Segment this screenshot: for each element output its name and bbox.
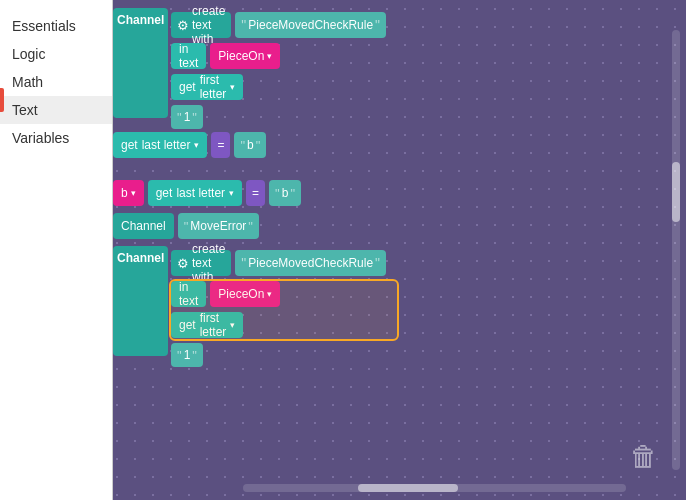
first-letter-label-5: first letter (200, 311, 227, 339)
piece-on-block-5[interactable]: PieceOn ▾ (210, 281, 280, 307)
channel-label-4: Channel (121, 219, 166, 233)
sidebar-accent (0, 88, 4, 112)
b-val-3: b (282, 186, 289, 200)
eq-label-2: = (217, 138, 224, 152)
one-qopen-5: " (177, 348, 182, 363)
one-quote-block-5: " 1 " (171, 343, 203, 367)
sidebar-item-logic[interactable]: Logic (0, 40, 112, 68)
channel-label-1: Channel (117, 13, 164, 27)
in-text-label-5: in text (179, 280, 198, 308)
channel-label-5: Channel (117, 251, 164, 265)
b-qopen-2: " (240, 138, 245, 153)
piece-on-block-1[interactable]: PieceOn ▾ (210, 43, 280, 69)
gear-icon-5: ⚙ (177, 256, 189, 271)
one-val-5: 1 (184, 348, 191, 362)
get-first-letter-5[interactable]: get first letter ▾ (171, 312, 243, 338)
one-qclose-1: " (192, 110, 197, 125)
piece-on-label-1: PieceOn (218, 49, 264, 63)
gear-icon-1: ⚙ (177, 18, 189, 33)
channel-block-5: Channel (113, 246, 168, 356)
first-letter-arrow-1: ▾ (230, 82, 235, 92)
equals-block-3: = (246, 180, 265, 206)
piece-moved-check-rule-block-1: " PieceMovedCheckRule " (235, 12, 386, 38)
in-text-label-1: in text (179, 42, 198, 70)
equals-block-2: = (211, 132, 230, 158)
block5-row3: get first letter ▾ (171, 312, 243, 338)
last-letter-arrow-3: ▾ (229, 188, 234, 198)
b-quote-block-2: " b " (234, 132, 266, 158)
piece-moved-name-5: PieceMovedCheckRule (248, 256, 373, 270)
last-letter-label-3: last letter (176, 186, 225, 200)
create-text-label-1: create text with (192, 4, 225, 46)
move-error-block: " MoveError " (178, 213, 259, 239)
gear-create-block[interactable]: ⚙ create text with (171, 12, 231, 38)
block-group-2: get last letter ▾ = " b " (113, 132, 266, 158)
eq-label-3: = (252, 186, 259, 200)
one-quote-block-1: " 1 " (171, 105, 203, 129)
sidebar-item-math[interactable]: Math (0, 68, 112, 96)
block1-row1: ⚙ create text with " PieceMovedCheckRule… (171, 12, 386, 38)
sidebar-item-essentials[interactable]: Essentials (0, 12, 112, 40)
get-label-3: get (156, 186, 173, 200)
channel-block-4: Channel (113, 213, 174, 239)
bottom-scrollbar-thumb[interactable] (358, 484, 458, 492)
in-text-block-1: in text (171, 43, 206, 69)
one-val-1: 1 (184, 110, 191, 124)
one-qclose-5: " (192, 348, 197, 363)
gear-create-block-5[interactable]: ⚙ create text with (171, 250, 231, 276)
piece-on-label-5: PieceOn (218, 287, 264, 301)
b-qopen-3: " (275, 186, 280, 201)
last-letter-label-2: last letter (142, 138, 191, 152)
first-letter-label-1: first letter (200, 73, 227, 101)
b-prefix-label: b (121, 186, 128, 200)
create-text-label-5: create text with (192, 242, 225, 284)
quote-close-5: " (375, 255, 380, 271)
quote-close-1: " (375, 17, 380, 33)
block5-row4: " 1 " (171, 343, 203, 367)
quote-open-5: " (241, 255, 246, 271)
get-last-letter-block-3[interactable]: get last letter ▾ (148, 180, 242, 206)
sidebar-item-variables[interactable]: Variables (0, 124, 112, 152)
last-letter-arrow-2: ▾ (194, 140, 199, 150)
move-error-qopen: " (184, 219, 189, 234)
move-error-label: MoveError (190, 219, 246, 233)
get-last-letter-block-2[interactable]: get last letter ▾ (113, 132, 207, 158)
piece-moved-check-rule-block-5: " PieceMovedCheckRule " (235, 250, 386, 276)
bottom-scrollbar-track[interactable] (243, 484, 626, 492)
get-label-5: get (179, 318, 196, 332)
block1-row4: " 1 " (171, 105, 203, 129)
get-label-2: get (121, 138, 138, 152)
block-group-3: b ▾ get last letter ▾ = " b " (113, 180, 301, 206)
b-prefix-arrow: ▾ (131, 188, 136, 198)
block1-row2: in text PieceOn ▾ (171, 43, 280, 69)
b-val-2: b (247, 138, 254, 152)
block1-row3: get first letter ▾ (171, 74, 243, 100)
piece-moved-name-1: PieceMovedCheckRule (248, 18, 373, 32)
move-error-qclose: " (248, 219, 253, 234)
block5-row1: ⚙ create text with " PieceMovedCheckRule… (171, 250, 386, 276)
b-qclose-3: " (290, 186, 295, 201)
piece-on-arrow-5: ▾ (267, 289, 272, 299)
get-first-letter-1[interactable]: get first letter ▾ (171, 74, 243, 100)
channel-block-1: Channel (113, 8, 168, 118)
quote-open-1: " (241, 17, 246, 33)
scrollbar-track[interactable] (672, 30, 680, 470)
in-text-block-5: in text (171, 281, 206, 307)
sidebar: Essentials Logic Math Text Variables (0, 0, 113, 500)
blocks-area: Channel ⚙ create text with " PieceMovedC… (113, 0, 686, 500)
b-prefix-block[interactable]: b ▾ (113, 180, 144, 206)
piece-on-arrow-1: ▾ (267, 51, 272, 61)
b-qclose-2: " (256, 138, 261, 153)
first-letter-arrow-5: ▾ (230, 320, 235, 330)
one-qopen-1: " (177, 110, 182, 125)
sidebar-item-text[interactable]: Text (0, 96, 112, 124)
block-group-4: Channel " MoveError " (113, 213, 259, 239)
scrollbar-thumb[interactable] (672, 162, 680, 222)
block5-row2: in text PieceOn ▾ (171, 281, 280, 307)
b-quote-block-3: " b " (269, 180, 301, 206)
get-label-1: get (179, 80, 196, 94)
trash-icon[interactable]: 🗑 (630, 440, 666, 480)
